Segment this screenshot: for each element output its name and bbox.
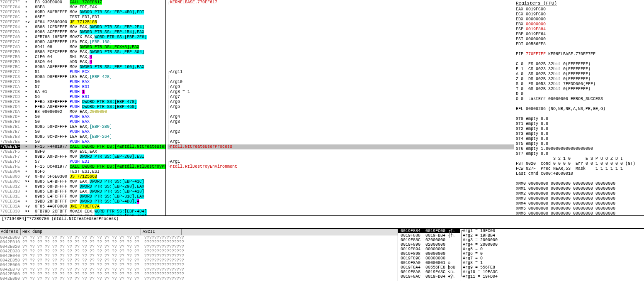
disasm-row[interactable]: 770EE7FD • 57 PUSH EDI (0, 159, 165, 164)
register-eip[interactable]: EIP 770EE7EF KERNELBASE.770EE7EF (516, 52, 642, 57)
fpu-st[interactable]: ST7 empty 0.0 (516, 151, 642, 156)
fcw-register[interactable]: FCW 027F Prec NEAR,53 Mask 1 1 1 1 1 1 (516, 166, 642, 171)
stack-row[interactable]: 0019F898 00000000 (398, 252, 460, 256)
disasm-row[interactable]: 770EE7E7 • 50 PUSH EAX (0, 130, 165, 134)
disasm-row[interactable]: 770EE7B6 • C1E0 04 SHL EAX,4 (0, 55, 165, 60)
stack-row[interactable]: 0019F8A8 0019FA3C <ú↓ (398, 270, 460, 274)
disasm-row[interactable]: 770EE7E0 • 50 PUSH EAX (0, 120, 165, 125)
disasm-row[interactable]: 770EE7DA • B8 00000002 MOV EAX,2000000 (0, 110, 165, 115)
disasm-row[interactable]: 770EE830 >• 0FB79D 2CFBFF MOVZX EDX,WORD… (0, 209, 165, 214)
hexdump-panel[interactable]: Address Hex dump ASCII 0042E000 ?? ?? ??… (0, 229, 398, 281)
register-ebx[interactable]: EBX 00000000 (516, 22, 642, 27)
disasm-row[interactable]: 770EE7E1 • 8D85 50FDFFFF LEA EAX,[EBP-2B… (0, 125, 165, 130)
stack-row[interactable]: 0019F88C 02000000 (398, 238, 460, 242)
disasm-row[interactable]: 770EE7CA • 57 PUSH EDI (0, 85, 165, 90)
stack-row[interactable]: 0019F8A0 00000001 ☺ (398, 261, 460, 265)
disasm-row[interactable]: 770EE7CB • 6A 01 PUSH 1 (0, 90, 165, 95)
registers-panel[interactable]: Registers (FPU) EAX 0019FC00 ECX 0019FC0… (514, 0, 644, 215)
disasm-row[interactable]: 770EE7EF • FF15 F4481977 CALL DWORD PTR … (0, 144, 165, 149)
stack-row[interactable]: 0019F890 02000000 (398, 242, 460, 247)
register-ebp[interactable]: EBP 0019FE64 (516, 32, 642, 37)
info-panel[interactable]: ┌KERNELBASE.770EF617 ┌Arg11││Arg10│Arg9│… (166, 0, 514, 215)
hexdump-row[interactable]: 0042E040 ?? ?? ?? ?? ?? ?? ?? ?? ?? ?? ?… (0, 254, 398, 258)
disasm-row[interactable]: 770EE806 •∨ 0F88 5F6E0300 JS 7712566B (0, 174, 165, 179)
disasm-row[interactable]: 770EE837 • 0FB79D 2EFBFF MOVZX EDX,WORD … (0, 214, 165, 215)
hexdump-row[interactable]: 0042E010 ?? ?? ?? ?? ?? ?? ?? ?? ?? ?? ?… (0, 240, 398, 244)
register-esp[interactable]: ESP 0019F884 (516, 27, 642, 32)
hexdump-row[interactable]: 0042E000 ?? ?? ?? ?? ?? ?? ?? ?? ?? ?? ?… (0, 235, 398, 240)
stack-row[interactable]: 0019F8A4 00556FE8 þoU (398, 265, 460, 270)
cpu-flag[interactable]: T 0 GS 002B 32bit 0(FFFFFFFF) (516, 87, 642, 92)
xmm-register[interactable]: XMM4 00000000 00000000 00000000 00000000 (516, 201, 642, 206)
disasm-row[interactable]: 770EE80C >• 8B85 E4FBFFFF MOV EAX,DWORD … (0, 179, 165, 184)
hexdump-col-hex[interactable]: Hex dump (21, 229, 141, 235)
disasm-row[interactable]: 770EE7B0 • 8B85 FCFCFFFF MOV EAX,DWORD P… (0, 50, 165, 55)
hexdump-row[interactable]: 0042E070 ?? ?? ?? ?? ?? ?? ?? ?? ?? ?? ?… (0, 267, 398, 272)
xmm-register[interactable]: XMM2 00000000 00000000 00000000 00000000 (516, 191, 642, 196)
hexdump-row[interactable]: 0042E030 ?? ?? ?? ?? ?? ?? ?? ?? ?? ?? ?… (0, 249, 398, 254)
disasm-row[interactable]: 770EE7CE • FFB5 88FBFFFF PUSH DWORD PTR … (0, 100, 165, 105)
disasm-row[interactable]: 770EE804 • 85F6 TEST ESI,ESI (0, 169, 165, 174)
hexdump-row[interactable]: 0042E020 ?? ?? ?? ?? ?? ?? ?? ?? ?? ?? ?… (0, 244, 398, 249)
disasm-row[interactable]: 770EE786 • 89BD 50FBFFFF MOV DWORD PTR S… (0, 10, 165, 15)
disasm-row[interactable]: 770EE824 • 39BD 28FBFFFF CMP DWORD PTR S… (0, 199, 165, 204)
disasm-row[interactable]: 770EE78E •∨ 0F84 F2690300 JE 77125186 (0, 20, 165, 25)
register-esi[interactable]: ESI 00000000 (516, 37, 642, 42)
disasm-row[interactable]: 770EE82A •∨ 0F85 4A0F0000 JNE 770EF87A (0, 204, 165, 209)
disasm-row[interactable]: 770EE7C3 • 8D85 D8FBFFFF LEA EAX,[EBP-42… (0, 75, 165, 80)
cpu-flag[interactable]: D 0 (516, 92, 642, 97)
xmm-register[interactable]: XMM1 00000000 00000000 00000000 00000000 (516, 186, 642, 191)
hexdump-row[interactable]: 0042E080 ?? ?? ?? ?? ?? ?? ?? ?? ?? ?? ?… (0, 272, 398, 276)
disasm-row[interactable]: 770EE818 • 8B85 E8FBFFFF MOV EAX,DWORD P… (0, 189, 165, 194)
xmm-register[interactable]: XMM5 00000000 00000000 00000000 00000000 (516, 206, 642, 211)
cpu-flag[interactable]: O 0 LastErr 00000000 ERROR_SUCCESS (516, 97, 642, 102)
disasm-row[interactable]: 770EE78C • 85FF TEST EDI,EDI (0, 15, 165, 20)
fpu-st[interactable]: ST5 empty 0.0 (516, 142, 642, 147)
xmm-register[interactable]: XMM6 00000000 00000000 00000000 00000000 (516, 211, 642, 215)
register-edx[interactable]: EDX 00000000 (516, 17, 642, 22)
fpu-st[interactable]: ST0 empty 0.0 (516, 117, 642, 122)
args-panel[interactable]: ┌Arg1 = 19FC00│Arg2 = 19FBB4│Arg3 = 2000… (460, 229, 644, 281)
disasm-row[interactable]: 770EE7FE • FF15 DC481977 CALL DWORD PTR … (0, 164, 165, 169)
disasm-row[interactable]: 770EE7C9 • 50 PUSH EAX (0, 80, 165, 85)
disasm-row[interactable]: 770EE7B9 • 83C0 04 ADD EAX,4 (0, 60, 165, 65)
disasm-row[interactable]: 770EE784 • 8BF8 MOV EDI,EAX (0, 5, 165, 10)
disasm-row[interactable]: 770EE77F • E8 930E0000 CALL 770EF617 (0, 0, 165, 5)
hexdump-col-ascii[interactable]: ASCII (141, 229, 182, 235)
disasm-row[interactable]: 770EE7F7 • 89B5 A0FDFFFF MOV DWORD PTR S… (0, 154, 165, 159)
disasm-row[interactable]: 770EE7C2 • 51 PUSH ECX (0, 70, 165, 75)
disasm-row[interactable]: 770EE794 • 8B85 1CFDFFFF MOV EAX,DWORD P… (0, 25, 165, 30)
disasm-row[interactable]: 770EE7DF • 50 PUSH EAX (0, 115, 165, 120)
hexdump-row[interactable]: 0042E060 ?? ?? ?? ?? ?? ?? ?? ?? ?? ?? ?… (0, 263, 398, 267)
fpu-st[interactable]: ST1 empty 0.0 (516, 122, 642, 127)
stack-row[interactable]: 0019F884 0019FC00 ┌†↓ (398, 229, 460, 233)
disasm-row[interactable]: 770EE81E • 8985 E4FCFFFF MOV DWORD PTR S… (0, 194, 165, 199)
stack-row[interactable]: 0019F89C 00000000 (398, 256, 460, 261)
hexdump-row[interactable]: 0042E090 ?? ?? ?? ?? ?? ?? ?? ?? ?? ?? ?… (0, 276, 398, 281)
stack-row[interactable]: 0019F8AC 0019FD04 ♦ý↓ (398, 274, 460, 279)
disasm-row[interactable]: 770EE79A • 8985 ACFEFFFF MOV DWORD PTR S… (0, 30, 165, 35)
register-ecx[interactable]: ECX 0019FC00 (516, 12, 642, 17)
stack-panel[interactable]: 0019F884 0019FC00 ┌†↓ 0019F888 0019FBB4 … (398, 229, 460, 281)
disasm-row[interactable]: 770EE7F5 • 8BF0 MOV ESI,EAX (0, 149, 165, 154)
cpu-flag[interactable]: P 1 CS 0023 32bit 0(FFFFFFFF) (516, 67, 642, 72)
hexdump-row[interactable]: 0042E050 ?? ?? ?? ?? ?? ?? ?? ?? ?? ?? ?… (0, 258, 398, 263)
xmm-register[interactable]: XMM0 00000000 00000000 00000000 00000000 (516, 181, 642, 186)
fpu-st[interactable]: ST2 empty 0.0 (516, 127, 642, 132)
fpu-st[interactable]: ST6 empty 1.0000000000000000000 (516, 147, 642, 151)
efl-register[interactable]: EFL 00000206 (NO,NB,NE,A,NS,PE,GE,G) (516, 107, 642, 112)
cpu-flag[interactable]: A 0 SS 002B 32bit 0(FFFFFFFF) (516, 72, 642, 77)
fst-register[interactable]: FST 0020 Cond 0 0 0 0 Err 0 0 1 0 0 0 0 … (516, 161, 642, 166)
hexdump-col-address[interactable]: Address (0, 229, 21, 235)
stack-row[interactable]: 0019F888 0019FBB4 ┤†↓ (398, 233, 460, 238)
disassembly-panel[interactable]: 770EE77F • E8 930E0000 CALL 770EF617770E… (0, 0, 166, 215)
disasm-row[interactable]: 770EE7AD • 8941 08 MOV DWORD PTR DS:[ECX… (0, 45, 165, 50)
cpu-flag[interactable]: Z 0 DS 002B 32bit 0(FFFFFFFF) (516, 77, 642, 82)
disasm-row[interactable]: 770EE7EE • 50 PUSH EAX (0, 139, 165, 144)
disasm-row[interactable]: 770EE7D4 • FFB5 A0FBFFFF PUSH DWORD PTR … (0, 105, 165, 110)
disasm-row[interactable]: 770EE7CD • 56 PUSH ESI (0, 95, 165, 100)
disasm-row[interactable]: 770EE7E8 • 8D85 9CFDFFFF LEA EAX,[EBP-26… (0, 134, 165, 139)
register-eax[interactable]: EAX 0019FC00 (516, 7, 642, 12)
stack-row[interactable]: 0019F894 00000000 (398, 247, 460, 252)
disasm-row[interactable]: 770EE7A0 • 0FB785 18FDFF MOVZX EAX,WORD … (0, 35, 165, 40)
